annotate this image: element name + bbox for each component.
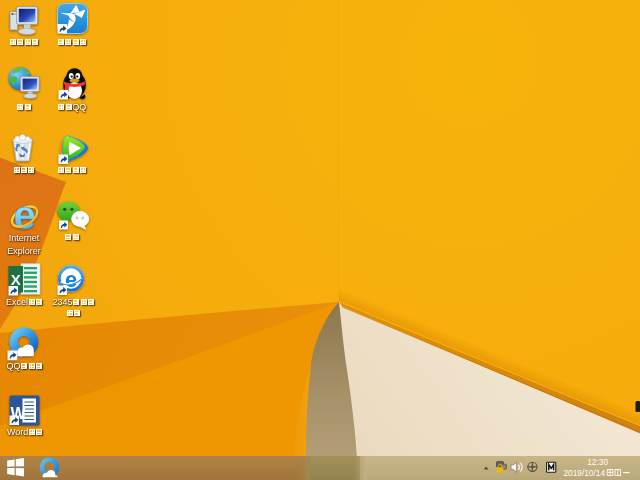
svg-text:X: X (11, 271, 21, 288)
svg-text:12:30: 12:30 (587, 457, 608, 467)
svg-text:2019/10/14: 2019/10/14 (563, 468, 605, 478)
